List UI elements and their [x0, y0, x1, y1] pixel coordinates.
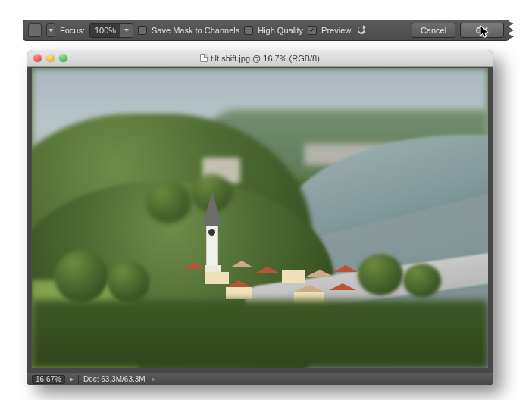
focus-input[interactable] — [90, 24, 120, 37]
zoom-value: 16.67% — [36, 375, 61, 383]
zoom-field[interactable]: 16.67% — [32, 375, 65, 384]
image-canvas[interactable] — [32, 68, 488, 368]
options-bar-overflow-edge — [505, 20, 514, 41]
status-popout-icon[interactable] — [70, 377, 74, 382]
focus-label: Focus: — [60, 26, 85, 35]
window-title: tilt shift.jpg @ 16.7% (RGB/8) — [27, 54, 493, 63]
focus-field-group — [89, 23, 133, 38]
tool-preset-dropdown[interactable] — [46, 23, 55, 37]
cancel-button-label: Cancel — [421, 26, 446, 35]
document-window: tilt shift.jpg @ 16.7% (RGB/8) — [27, 50, 493, 385]
save-mask-label: Save Mask to Channels — [152, 26, 239, 35]
tool-preset-swatch[interactable] — [28, 23, 42, 37]
high-quality-label: High Quality — [258, 26, 303, 35]
cancel-button[interactable]: Cancel — [412, 23, 455, 38]
window-title-text: tilt shift.jpg @ 16.7% (RGB/8) — [211, 54, 320, 63]
doc-info-menu-icon[interactable] — [152, 377, 155, 382]
save-mask-checkbox[interactable] — [138, 26, 147, 35]
doc-info: Doc: 63.3M/63.3M — [83, 375, 146, 383]
options-bar: Focus: Save Mask to Channels High Qualit… — [23, 20, 509, 41]
high-quality-checkbox[interactable] — [244, 26, 253, 35]
status-bar: 16.67% Doc: 63.3M/63.3M — [27, 373, 493, 385]
focus-dropdown[interactable] — [120, 24, 133, 37]
mouse-cursor-icon — [480, 25, 490, 40]
preview-checkbox[interactable] — [308, 26, 317, 35]
reset-icon[interactable] — [355, 24, 368, 36]
canvas-area[interactable] — [27, 67, 493, 373]
document-icon — [200, 54, 208, 62]
preview-label: Preview — [321, 26, 351, 35]
window-titlebar[interactable]: tilt shift.jpg @ 16.7% (RGB/8) — [27, 50, 493, 67]
